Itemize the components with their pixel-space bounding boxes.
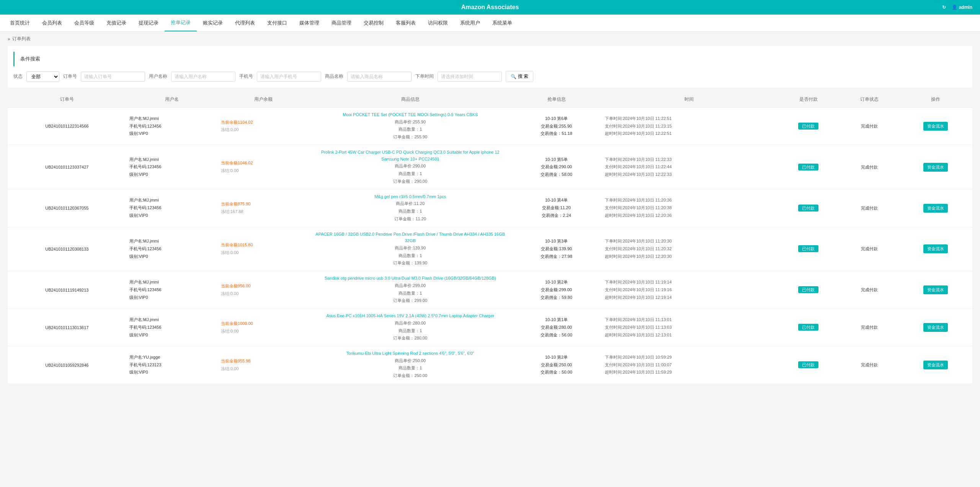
nav-item-access[interactable]: 访问权限 <box>422 15 454 31</box>
paid-badge: 已付款 <box>798 324 818 331</box>
product-link[interactable]: Mooi POCKET TEE Set (POCKET TEE MOOI Set… <box>343 112 478 117</box>
cell-action[interactable]: 资金流水 <box>899 346 972 384</box>
cell-grab: 10-10 第3单 交易金额:139.90 交易佣金：27.98 <box>511 227 601 271</box>
app-header: Amazon Associates ↻ 👤 admin <box>0 0 980 15</box>
nav-item-recharge[interactable]: 充值记录 <box>100 15 132 31</box>
table-row: UB2410101113013617 用户名:MJ.jmmi 手机号码:1234… <box>8 309 972 346</box>
cell-paid: 已付款 <box>777 108 840 145</box>
cell-user-info: 用户名:MJ.jmmi 手机号码:123456 级别:VIP0 <box>126 145 218 189</box>
cell-product: APACER 16GB / 32GB USB2.0 Pendrive Pen D… <box>309 227 511 271</box>
nav-item-media[interactable]: 媒体管理 <box>293 15 325 31</box>
cell-action[interactable]: 资金流水 <box>899 227 972 271</box>
breadcrumb-sep: » <box>8 36 10 42</box>
action-button[interactable]: 资金流水 <box>923 323 948 332</box>
cell-time: 下单时间:2024年10月10日 11:20:30 支付时间:2024年10月1… <box>602 227 777 271</box>
search-button[interactable]: 🔍 搜 索 <box>506 71 533 82</box>
cell-grab: 10-10 第4单 交易金额:11.20 交易佣金：2.24 <box>511 189 601 227</box>
cell-action[interactable]: 资金流水 <box>899 108 972 145</box>
cell-action[interactable]: 资金流水 <box>899 309 972 346</box>
cell-order-id: UB2410101113013617 <box>8 309 126 346</box>
phone-input[interactable] <box>257 72 321 82</box>
cell-balance: 当前余额956.00 冻结:0.00 <box>218 271 309 309</box>
section-title: 条件搜索 <box>13 52 967 66</box>
cell-time: 下单时间:2024年10月10日 11:22:51 支付时间:2024年10月1… <box>602 108 777 145</box>
product-link[interactable]: APACER 16GB / 32GB USB2.0 Pendrive Pen D… <box>315 232 505 243</box>
product-input[interactable] <box>347 72 412 82</box>
cell-order-id: UB2410101120367055 <box>8 189 126 227</box>
product-label: 商品名称 <box>325 73 343 80</box>
cell-product: Sandisk otg pendrive micro usb 3.0 Ultra… <box>309 271 511 309</box>
user-label: 👤 admin <box>952 5 972 10</box>
col-product: 商品信息 <box>309 92 511 108</box>
cell-user-info: 用户名:MJ.jmmi 手机号码:123456 级别:VIP0 <box>126 189 218 227</box>
refresh-icon[interactable]: ↻ <box>942 5 946 10</box>
paid-badge: 已付款 <box>798 361 818 368</box>
cell-balance: 当前余额1015.80 冻结:0.00 <box>218 227 309 271</box>
cell-user-info: 用户名:MJ.jmmi 手机号码:123456 级别:VIP0 <box>126 108 218 145</box>
nav-item-account-records[interactable]: 账实记录 <box>197 15 229 31</box>
cell-order-id: UB2410101059292846 <box>8 346 126 384</box>
order-status-label: 完成付款 <box>861 287 878 292</box>
col-status: 订单状态 <box>840 92 899 108</box>
order-id-input[interactable] <box>81 72 145 82</box>
action-button[interactable]: 资金流水 <box>923 361 948 369</box>
nav-item-withdrawal[interactable]: 提现记录 <box>132 15 165 31</box>
table-row: UB2410101059292846 用户名:YU.jxgge 手机号码:123… <box>8 346 972 384</box>
nav-item-grab-orders[interactable]: 抢单记录 <box>165 15 197 31</box>
order-status-label: 完成付款 <box>861 325 878 330</box>
order-status-label: 完成付款 <box>861 362 878 367</box>
cell-balance: 当前余额955.98 冻结:0.00 <box>218 346 309 384</box>
table-row: UB2410101120308133 用户名:MJ.jmmi 手机号码:1234… <box>8 227 972 271</box>
cell-balance: 当前余额1046.02 冻结:0.00 <box>218 145 309 189</box>
nav-item-member-level[interactable]: 会员等级 <box>68 15 100 31</box>
action-button[interactable]: 资金流水 <box>923 204 948 213</box>
cell-balance: 当前余额875.90 冻结:167.88 <box>218 189 309 227</box>
cell-action[interactable]: 资金流水 <box>899 189 972 227</box>
table-row: UB2410101122314566 用户名:MJ.jmmi 手机号码:1234… <box>8 108 972 145</box>
nav-item-payment[interactable]: 支付接口 <box>261 15 293 31</box>
cell-status: 完成付款 <box>840 108 899 145</box>
product-link[interactable]: Sandisk otg pendrive micro usb 3.0 Ultra… <box>325 276 496 280</box>
phone-label: 手机号 <box>239 73 253 80</box>
action-button[interactable]: 资金流水 <box>923 122 948 131</box>
time-input[interactable] <box>438 72 502 82</box>
table-row: UB2410101119149213 用户名:MJ.jmmi 手机号码:1234… <box>8 271 972 309</box>
product-link[interactable]: Prolink 2-Port 45W Car Charger USB-C PD … <box>321 150 500 161</box>
product-link[interactable]: Torikumu-Ebi Ultra Light Spinning Rod 2 … <box>346 351 474 356</box>
action-button[interactable]: 资金流水 <box>923 285 948 294</box>
app-title: Amazon Associates <box>461 4 519 10</box>
cell-action[interactable]: 资金流水 <box>899 145 972 189</box>
nav-item-customer-service[interactable]: 客服列表 <box>390 15 422 31</box>
cell-grab: 10-10 第5单 交易金额:290.00 交易佣金：58.00 <box>511 145 601 189</box>
nav-item-products[interactable]: 商品管理 <box>325 15 358 31</box>
user-name-label: 用户名称 <box>149 73 167 80</box>
cell-action[interactable]: 资金流水 <box>899 271 972 309</box>
orders-table: 订单号 用户名 用户余额 商品信息 抢单信息 时间 是否付款 订单状态 操作 U… <box>8 92 972 384</box>
order-status-label: 完成付款 <box>861 246 878 251</box>
breadcrumb-item: 订单列表 <box>12 36 31 42</box>
nav-item-members[interactable]: 会员列表 <box>36 15 68 31</box>
product-link[interactable]: Asus Eee-PC x101H 1005-HA Series 19V 2.1… <box>327 313 494 318</box>
user-name-input[interactable] <box>171 72 235 82</box>
nav-item-sys-users[interactable]: 系统用户 <box>454 15 486 31</box>
nav-item-home[interactable]: 首页统计 <box>4 15 36 31</box>
cell-order-id: UB2410101122314566 <box>8 108 126 145</box>
action-button[interactable]: 资金流水 <box>923 163 948 172</box>
paid-badge: 已付款 <box>798 286 818 293</box>
action-button[interactable]: 资金流水 <box>923 244 948 253</box>
cell-balance: 当前余额1000.00 冻结:0.00 <box>218 309 309 346</box>
nav-item-trade-control[interactable]: 交易控制 <box>358 15 390 31</box>
status-select[interactable]: 全部 已付款 未付款 完成付款 <box>26 71 59 82</box>
nav-item-agents[interactable]: 代理列表 <box>229 15 261 31</box>
main-content: 条件搜索 状态 全部 已付款 未付款 完成付款 订单号 用户名称 手机号 商品名… <box>0 46 980 392</box>
cell-user-info: 用户名:MJ.jmmi 手机号码:123456 级别:VIP0 <box>126 227 218 271</box>
cell-grab: 10-10 第1单 交易金额:280.00 交易佣金：56.00 <box>511 309 601 346</box>
cell-paid: 已付款 <box>777 346 840 384</box>
cell-paid: 已付款 <box>777 145 840 189</box>
order-status-label: 完成付款 <box>861 124 878 128</box>
product-link[interactable]: M&g gel pen r3/r5 0.5mm/0.7mm 1pcs <box>374 194 446 199</box>
order-status-label: 完成付款 <box>861 165 878 169</box>
cell-order-id: UB2410101119149213 <box>8 271 126 309</box>
time-label: 下单时间 <box>415 73 434 80</box>
nav-item-sys-menu[interactable]: 系统菜单 <box>486 15 518 31</box>
